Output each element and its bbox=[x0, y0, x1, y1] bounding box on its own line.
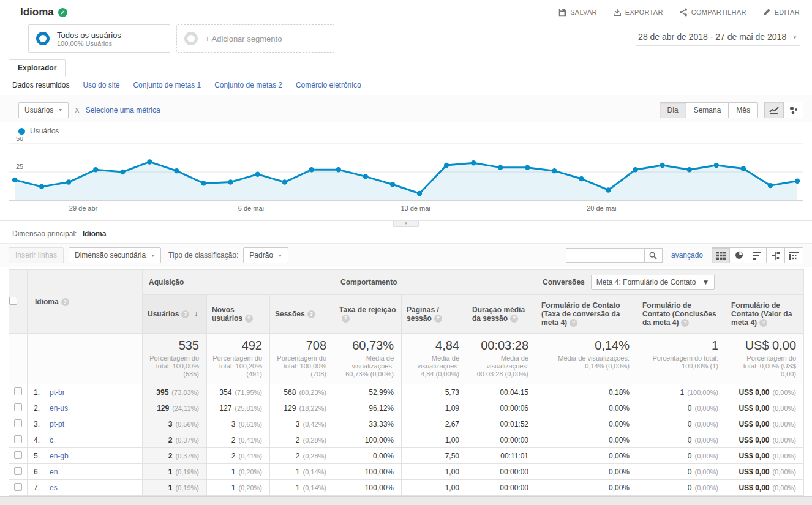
performance-view-button[interactable] bbox=[748, 247, 767, 263]
chart-point[interactable] bbox=[714, 163, 719, 168]
chart-point[interactable] bbox=[471, 160, 476, 165]
column-header-dura-o-m-dia-da-sess-o[interactable]: Duração média da sessão? bbox=[467, 295, 536, 334]
chart-point[interactable] bbox=[633, 167, 637, 172]
table-view-button[interactable] bbox=[712, 247, 730, 263]
help-icon[interactable]: ? bbox=[570, 319, 577, 327]
primary-dimension-value[interactable]: Idioma bbox=[83, 230, 107, 238]
insert-rows-button[interactable]: Inserir linhas bbox=[9, 247, 64, 263]
column-header-formul-rio-de-contato-taxa-de-convers-o-[interactable]: Formulário de Contato (Taxa de conversão… bbox=[536, 295, 637, 334]
subtab-dados-resumidos[interactable]: Dados resumidos bbox=[12, 81, 69, 89]
subtab-com-rcio-eletr-nico[interactable]: Comércio eletrônico bbox=[296, 81, 361, 89]
language-link[interactable]: c bbox=[50, 436, 53, 444]
advanced-search-link[interactable]: avançado bbox=[671, 251, 703, 260]
column-header-formul-rio-de-contato-valor-da-meta-4-[interactable]: Formulário de Contato (Valor da meta 4)? bbox=[726, 295, 804, 334]
chart-point[interactable] bbox=[309, 167, 314, 172]
chart-point[interactable] bbox=[282, 179, 287, 184]
chart-point[interactable] bbox=[390, 182, 395, 187]
tab-explorador[interactable]: Explorador bbox=[9, 59, 66, 77]
language-link[interactable]: es bbox=[50, 484, 58, 492]
chart-point[interactable] bbox=[444, 163, 449, 168]
subtab-conjunto-de-metas-2[interactable]: Conjunto de metas 2 bbox=[214, 81, 282, 89]
column-header-idioma[interactable]: Idioma? bbox=[28, 270, 143, 334]
row-checkbox[interactable] bbox=[14, 435, 22, 443]
chart-collapse-tab[interactable]: ▼ bbox=[393, 221, 419, 227]
chart-point[interactable] bbox=[660, 163, 664, 168]
compartilhar-button[interactable]: COMPARTILHAR bbox=[679, 8, 746, 17]
row-checkbox[interactable] bbox=[14, 403, 22, 411]
pivot-view-button[interactable] bbox=[785, 247, 803, 263]
chart-point[interactable] bbox=[795, 179, 800, 184]
date-range-selector[interactable]: 28 de abr de 2018 - 27 de mai de 2018 ▼ bbox=[636, 31, 800, 46]
search-input[interactable] bbox=[566, 248, 644, 263]
search-button[interactable] bbox=[644, 248, 663, 263]
column-header-formul-rio-de-contato-conclus-es-da-meta[interactable]: Formulário de Contato (Conclusões da met… bbox=[637, 295, 726, 334]
chart-point[interactable] bbox=[120, 170, 125, 174]
chart-point[interactable] bbox=[417, 191, 422, 196]
chart-point[interactable] bbox=[174, 168, 179, 173]
column-header-sess-es[interactable]: Sessões? bbox=[270, 295, 334, 334]
column-header-usu-rios[interactable]: Usuários?↓ bbox=[143, 295, 207, 334]
select-metric-link[interactable]: Selecione uma métrica bbox=[86, 106, 160, 114]
chart-point[interactable] bbox=[336, 167, 341, 172]
row-checkbox-cell bbox=[9, 448, 28, 464]
chart-point[interactable] bbox=[363, 174, 368, 179]
granularity-mês[interactable]: Mês bbox=[729, 102, 758, 118]
chart-point[interactable] bbox=[228, 179, 233, 184]
chart-point[interactable] bbox=[201, 181, 206, 185]
help-icon[interactable]: ? bbox=[510, 315, 518, 323]
editar-button[interactable]: EDITAR bbox=[762, 8, 800, 17]
chart-point[interactable] bbox=[39, 184, 44, 189]
chart-point[interactable] bbox=[768, 183, 773, 188]
chart-point[interactable] bbox=[498, 165, 503, 170]
subtab-conjunto-de-metas-1[interactable]: Conjunto de metas 1 bbox=[133, 81, 201, 89]
comparison-view-button[interactable] bbox=[767, 247, 785, 263]
language-link[interactable]: en-gb bbox=[50, 452, 69, 460]
row-checkbox[interactable] bbox=[14, 483, 22, 491]
row-checkbox[interactable] bbox=[14, 451, 22, 459]
language-link[interactable]: pt-pt bbox=[50, 420, 64, 428]
column-header-p-ginas-sess-o[interactable]: Páginas / sessão? bbox=[402, 295, 467, 334]
chart-point[interactable] bbox=[687, 167, 692, 172]
chart-point[interactable] bbox=[255, 171, 260, 176]
language-link[interactable]: pt-br bbox=[50, 388, 65, 397]
granularity-dia[interactable]: Dia bbox=[660, 102, 686, 118]
language-link[interactable]: en-us bbox=[50, 404, 68, 413]
help-icon[interactable]: ? bbox=[434, 315, 442, 323]
row-checkbox[interactable] bbox=[14, 467, 22, 475]
chart-point[interactable] bbox=[147, 159, 152, 164]
conversions-goal-selector[interactable]: Meta 4: Formulário de Contato▼ bbox=[591, 275, 715, 290]
salvar-button[interactable]: SALVAR bbox=[558, 8, 597, 17]
chart-point[interactable] bbox=[66, 179, 71, 184]
motion-chart-view-button[interactable] bbox=[784, 102, 803, 118]
percentage-view-button[interactable] bbox=[730, 247, 748, 263]
chart-point[interactable] bbox=[606, 187, 611, 192]
granularity-semana[interactable]: Semana bbox=[686, 102, 729, 118]
column-header-novos-usu-rios[interactable]: Novos usuários? bbox=[207, 295, 270, 334]
exportar-button[interactable]: EXPORTAR bbox=[613, 8, 663, 17]
column-header-taxa-de-rejei-o[interactable]: Taxa de rejeição? bbox=[334, 295, 402, 334]
help-icon[interactable]: ? bbox=[61, 298, 69, 306]
help-icon[interactable]: ? bbox=[307, 310, 315, 318]
help-icon[interactable]: ? bbox=[681, 319, 689, 327]
metric-dropdown[interactable]: Usuários ▼ bbox=[18, 102, 69, 118]
help-icon[interactable]: ? bbox=[759, 319, 767, 327]
help-icon[interactable]: ? bbox=[342, 315, 350, 323]
help-icon[interactable]: ? bbox=[245, 315, 253, 323]
select-all-checkbox[interactable] bbox=[9, 297, 17, 305]
chart-point[interactable] bbox=[93, 167, 98, 172]
row-checkbox[interactable] bbox=[14, 419, 22, 427]
sort-type-dropdown[interactable]: Padrão ▼ bbox=[243, 247, 288, 263]
subtab-uso-do-site[interactable]: Uso do site bbox=[83, 81, 119, 89]
chart-point[interactable] bbox=[12, 178, 17, 182]
line-chart-view-button[interactable] bbox=[764, 102, 784, 118]
secondary-dimension-dropdown[interactable]: Dimensão secundária ▼ bbox=[69, 247, 161, 263]
language-link[interactable]: en bbox=[50, 468, 58, 476]
chart-point[interactable] bbox=[525, 165, 530, 170]
add-segment-button[interactable]: + Adicionar segmento bbox=[176, 24, 334, 53]
segment-all-users[interactable]: Todos os usuários 100,00% Usuários bbox=[28, 24, 170, 53]
chart-point[interactable] bbox=[579, 176, 584, 181]
help-icon[interactable]: ? bbox=[181, 310, 189, 318]
chart-point[interactable] bbox=[552, 168, 557, 173]
chart-point[interactable] bbox=[741, 166, 746, 171]
row-checkbox[interactable] bbox=[14, 387, 22, 395]
